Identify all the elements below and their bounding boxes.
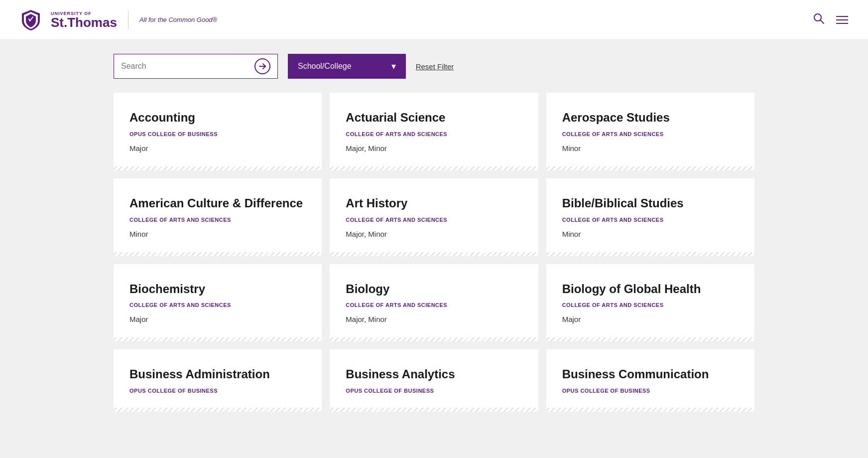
card-title: Business Communication bbox=[562, 367, 739, 382]
card-type: Major bbox=[562, 315, 739, 323]
card-type: Major, Minor bbox=[346, 230, 522, 238]
card-stripe bbox=[330, 166, 538, 170]
card-stripe bbox=[114, 408, 322, 412]
card-type: Minor bbox=[129, 230, 306, 238]
reset-filter-button[interactable]: Reset Filter bbox=[416, 62, 454, 71]
card-type: Major, Minor bbox=[346, 315, 522, 323]
card-college: COLLEGE OF ARTS AND SCIENCES bbox=[129, 302, 306, 308]
cards-grid: Accounting OPUS COLLEGE OF BUSINESS Majo… bbox=[114, 93, 754, 412]
card-title: Actuarial Science bbox=[346, 111, 522, 125]
card-title: Biology bbox=[346, 282, 522, 297]
program-card[interactable]: Aerospace Studies COLLEGE OF ARTS AND SC… bbox=[546, 93, 754, 170]
shield-icon bbox=[20, 9, 42, 31]
site-header: UNIVERSITY OF St.Thomas All for the Comm… bbox=[0, 0, 868, 40]
dropdown-label: School/College bbox=[298, 62, 352, 71]
card-college: COLLEGE OF ARTS AND SCIENCES bbox=[346, 217, 522, 223]
card-type: Major bbox=[129, 315, 306, 323]
search-box bbox=[114, 54, 278, 79]
card-stripe bbox=[114, 337, 322, 341]
search-icon[interactable] bbox=[813, 13, 824, 26]
card-stripe bbox=[330, 252, 538, 256]
card-type: Major, Minor bbox=[346, 144, 522, 153]
logo-tagline: All for the Common Good® bbox=[139, 16, 217, 23]
card-title: Accounting bbox=[129, 111, 306, 125]
card-stripe bbox=[330, 408, 538, 412]
card-college: OPUS COLLEGE OF BUSINESS bbox=[129, 131, 306, 137]
card-type: Minor bbox=[562, 230, 739, 238]
cards-container: Accounting OPUS COLLEGE OF BUSINESS Majo… bbox=[0, 93, 868, 432]
card-title: American Culture & Difference bbox=[129, 196, 306, 211]
card-type: Major bbox=[129, 144, 306, 153]
card-college: OPUS COLLEGE OF BUSINESS bbox=[346, 388, 522, 394]
card-college: COLLEGE OF ARTS AND SCIENCES bbox=[346, 302, 522, 308]
card-stripe bbox=[114, 252, 322, 256]
card-title: Aerospace Studies bbox=[562, 111, 739, 125]
card-type: Minor bbox=[562, 144, 739, 153]
program-card[interactable]: Accounting OPUS COLLEGE OF BUSINESS Majo… bbox=[114, 93, 322, 170]
card-college: COLLEGE OF ARTS AND SCIENCES bbox=[129, 217, 306, 223]
card-title: Business Administration bbox=[129, 367, 306, 382]
program-card[interactable]: Actuarial Science COLLEGE OF ARTS AND SC… bbox=[330, 93, 538, 170]
program-card[interactable]: Bible/Biblical Studies COLLEGE OF ARTS A… bbox=[546, 178, 754, 256]
card-college: COLLEGE OF ARTS AND SCIENCES bbox=[346, 131, 522, 137]
university-name: St.Thomas bbox=[51, 16, 117, 29]
card-title: Bible/Biblical Studies bbox=[562, 196, 739, 211]
search-input[interactable] bbox=[121, 62, 254, 71]
program-card[interactable]: Biology of Global Health COLLEGE OF ARTS… bbox=[546, 264, 754, 342]
card-stripe bbox=[546, 408, 754, 412]
card-title: Biochemistry bbox=[129, 282, 306, 297]
card-stripe bbox=[546, 337, 754, 341]
card-college: COLLEGE OF ARTS AND SCIENCES bbox=[562, 217, 739, 223]
chevron-down-icon: ▾ bbox=[391, 61, 396, 72]
program-card[interactable]: American Culture & Difference COLLEGE OF… bbox=[114, 178, 322, 256]
logo-text: UNIVERSITY OF St.Thomas bbox=[51, 11, 117, 29]
card-stripe bbox=[546, 166, 754, 170]
card-stripe bbox=[114, 166, 322, 170]
svg-line-1 bbox=[821, 20, 824, 24]
card-college: COLLEGE OF ARTS AND SCIENCES bbox=[562, 302, 739, 308]
card-college: OPUS COLLEGE OF BUSINESS bbox=[129, 388, 306, 394]
card-college: COLLEGE OF ARTS AND SCIENCES bbox=[562, 131, 739, 137]
card-college: OPUS COLLEGE OF BUSINESS bbox=[562, 388, 739, 394]
logo-divider bbox=[128, 11, 128, 29]
school-college-dropdown[interactable]: School/College ▾ bbox=[288, 54, 406, 79]
hamburger-icon[interactable] bbox=[836, 16, 848, 24]
card-title: Art History bbox=[346, 196, 522, 211]
card-stripe bbox=[546, 252, 754, 256]
card-title: Biology of Global Health bbox=[562, 282, 739, 297]
program-card[interactable]: Art History COLLEGE OF ARTS AND SCIENCES… bbox=[330, 178, 538, 256]
card-stripe bbox=[330, 337, 538, 341]
program-card[interactable]: Biology COLLEGE OF ARTS AND SCIENCES Maj… bbox=[330, 264, 538, 342]
filter-bar: School/College ▾ Reset Filter bbox=[0, 40, 868, 93]
program-card[interactable]: Business Administration OPUS COLLEGE OF … bbox=[114, 349, 322, 412]
program-card[interactable]: Biochemistry COLLEGE OF ARTS AND SCIENCE… bbox=[114, 264, 322, 342]
search-circle bbox=[254, 58, 270, 74]
search-button[interactable] bbox=[254, 58, 270, 74]
program-card[interactable]: Business Analytics OPUS COLLEGE OF BUSIN… bbox=[330, 349, 538, 412]
card-title: Business Analytics bbox=[346, 367, 522, 382]
header-icons bbox=[813, 13, 848, 26]
logo-area: UNIVERSITY OF St.Thomas All for the Comm… bbox=[20, 9, 217, 31]
program-card[interactable]: Business Communication OPUS COLLEGE OF B… bbox=[546, 349, 754, 412]
